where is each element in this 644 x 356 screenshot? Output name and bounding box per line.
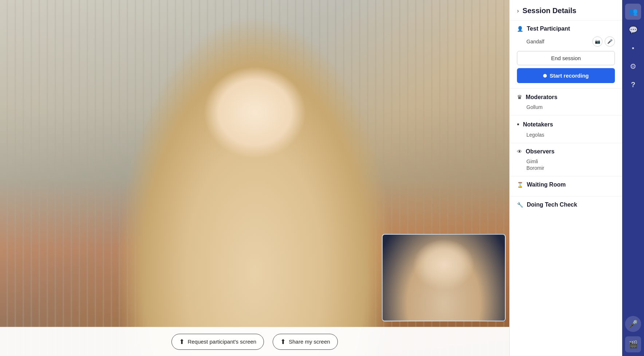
screen-share-icon: ▪ <box>632 44 634 52</box>
moderators-title: Moderators <box>526 94 557 101</box>
observers-section: Observers Gimli Boromir <box>510 143 622 176</box>
participant-name: Gandalf <box>526 39 544 44</box>
pip-video <box>382 234 506 321</box>
bottom-bar: ⬆ Request participant's screen ⬆ Share m… <box>0 327 509 356</box>
start-recording-label: Start recording <box>550 73 589 79</box>
observer-name-1: Gimli <box>517 158 615 164</box>
notetaker-name: Legolas <box>517 131 615 138</box>
participant-row: Gandalf 📷 🎤 <box>517 35 615 48</box>
sidebar-chat-button[interactable]: 💬 <box>625 22 641 38</box>
waiting-room-section: Waiting Room <box>510 176 622 196</box>
record-dot-icon <box>543 74 547 78</box>
request-screen-icon: ⬆ <box>179 338 185 346</box>
sidebar-camera-button[interactable]: 🎬 <box>625 336 641 352</box>
end-session-button[interactable]: End session <box>517 51 615 65</box>
help-icon: ? <box>631 81 635 89</box>
microphone-icon: 🎤 <box>629 320 638 328</box>
sidebar-help-button[interactable]: ? <box>625 77 641 93</box>
participants-icon: 👥 <box>629 7 638 16</box>
session-details-title: Session Details <box>522 7 576 15</box>
waiting-room-title: Waiting Room <box>527 181 566 188</box>
request-screen-button[interactable]: ⬆ Request participant's screen <box>171 334 264 350</box>
crown-icon: ♛ <box>517 94 522 101</box>
sidebar-screen-button[interactable]: ▪ <box>625 40 641 56</box>
notetakers-header: Notetakers <box>517 121 615 128</box>
moderator-name: Gollum <box>517 103 615 110</box>
right-sidebar: 👥 💬 ▪ ⚙ ? 🎤 🎬 <box>622 0 644 356</box>
participant-section-title: Test Participant <box>527 26 570 32</box>
participant-mic-toggle[interactable]: 🎤 <box>605 36 615 47</box>
participant-section: Test Participant Gandalf 📷 🎤 End session… <box>510 20 622 89</box>
observer-name-2: Boromir <box>517 164 615 171</box>
note-icon <box>517 121 519 128</box>
waiting-room-header: Waiting Room <box>517 181 615 188</box>
observers-header: Observers <box>517 148 615 155</box>
eye-icon <box>517 148 522 155</box>
collapse-chevron[interactable]: › <box>517 8 519 14</box>
observers-title: Observers <box>526 148 554 155</box>
sidebar-mic-button[interactable]: 🎤 <box>625 316 641 332</box>
notetakers-title: Notetakers <box>523 121 553 128</box>
doing-tech-check-header: Doing Tech Check <box>517 202 615 208</box>
video-area: ⬆ Request participant's screen ⬆ Share m… <box>0 0 509 356</box>
start-recording-button[interactable]: Start recording <box>517 68 615 83</box>
participant-icon <box>517 26 523 32</box>
settings-icon: ⚙ <box>630 62 636 71</box>
moderators-section: ♛ Moderators Gollum <box>510 89 622 116</box>
session-panel: › Session Details Test Participant Ganda… <box>509 0 622 356</box>
request-screen-label: Request participant's screen <box>187 339 256 345</box>
doing-tech-check-title: Doing Tech Check <box>527 202 577 208</box>
share-screen-button[interactable]: ⬆ Share my screen <box>273 334 337 350</box>
session-details-header: › Session Details <box>510 0 622 20</box>
chat-icon: 💬 <box>629 26 638 34</box>
doing-tech-check-section: Doing Tech Check <box>510 196 622 216</box>
sidebar-settings-button[interactable]: ⚙ <box>625 58 641 74</box>
moderators-header: ♛ Moderators <box>517 94 615 101</box>
camera-icon: 🎬 <box>629 340 638 349</box>
hourglass-icon <box>517 181 523 188</box>
video-icon: 📷 <box>595 39 600 44</box>
sidebar-participants-button[interactable]: 👥 <box>625 4 641 20</box>
wrench-icon <box>517 202 523 208</box>
share-screen-icon: ⬆ <box>280 338 286 346</box>
share-screen-label: Share my screen <box>289 339 330 345</box>
participant-media-icons: 📷 🎤 <box>592 36 615 47</box>
participant-section-header: Test Participant <box>517 26 615 32</box>
mic-icon: 🎤 <box>607 39 613 44</box>
participant-video-toggle[interactable]: 📷 <box>592 36 602 47</box>
pip-person-face <box>383 235 505 321</box>
notetakers-section: Notetakers Legolas <box>510 116 622 143</box>
